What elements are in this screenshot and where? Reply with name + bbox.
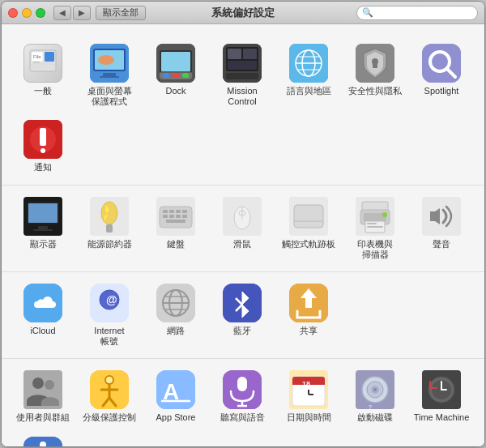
users-label: 使用者與群組: [16, 412, 70, 423]
icon-language[interactable]: 語言與地區: [277, 39, 340, 112]
icon-trackpad[interactable]: 觸控式軌跡板: [277, 192, 340, 265]
notification-label: 通知: [34, 162, 52, 173]
trackpad-icon: [289, 197, 328, 236]
bluetooth-icon: [223, 284, 262, 322]
svg-rect-19: [182, 73, 189, 78]
personal-grid: File New 一般: [11, 39, 475, 178]
icloud-icon: [23, 284, 62, 322]
icon-general[interactable]: File New 一般: [11, 39, 75, 112]
icon-mouse[interactable]: 滑鼠: [211, 192, 274, 265]
icon-desktop[interactable]: 桌面與螢幕保護程式: [78, 39, 141, 112]
display-label: 顯示器: [30, 239, 57, 250]
svg-rect-44: [28, 203, 58, 223]
svg-rect-53: [169, 210, 174, 213]
svg-point-119: [373, 388, 377, 391]
system-grid: 使用者與群組 分級保護控制: [11, 365, 475, 446]
svg-point-92: [32, 378, 44, 389]
desktop-label: 桌面與螢幕保護程式: [87, 86, 132, 107]
network-icon: [156, 284, 195, 322]
svg-text:@: @: [106, 293, 117, 306]
parental-icon: [90, 370, 129, 409]
icon-sound[interactable]: 聲音: [410, 192, 473, 265]
search-icon: 🔍: [362, 7, 373, 18]
icon-dock[interactable]: Dock: [144, 39, 207, 112]
network-label: 網路: [167, 326, 185, 336]
svg-point-93: [45, 380, 54, 390]
forward-button[interactable]: ▶: [73, 6, 91, 20]
icon-accessibility[interactable]: 輔助使用: [11, 432, 75, 447]
energy-label: 能源節約器: [87, 239, 132, 250]
icon-startup[interactable]: ? 啟動磁碟: [343, 365, 407, 428]
icon-security[interactable]: 安全性與隱私: [343, 39, 407, 112]
svg-rect-55: [182, 210, 187, 213]
content-area: File New 一般: [2, 24, 484, 446]
svg-rect-12: [100, 76, 119, 78]
icon-datetime[interactable]: 18 日期與時間: [277, 365, 340, 428]
appstore-label: App Store: [156, 412, 196, 423]
keyboard-label: 鍵盤: [167, 239, 185, 250]
language-label: 語言與地區: [287, 86, 331, 96]
svg-text:?: ?: [369, 404, 372, 409]
icon-parental[interactable]: 分級保護控制: [78, 365, 141, 428]
svg-rect-6: [32, 66, 48, 68]
printer-icon: [356, 197, 394, 236]
svg-rect-52: [163, 210, 168, 213]
desktop-icon: [90, 44, 129, 83]
close-button[interactable]: [8, 8, 18, 18]
svg-point-48: [101, 202, 117, 224]
svg-rect-23: [243, 49, 257, 59]
svg-rect-4: [45, 52, 54, 62]
internet-grid: iCloud @ Internet帳號: [11, 279, 475, 352]
search-box[interactable]: 🔍: [356, 6, 478, 20]
mission-label: MissionControl: [227, 86, 257, 107]
svg-rect-17: [163, 73, 169, 78]
svg-rect-34: [373, 63, 377, 68]
svg-rect-45: [38, 226, 48, 229]
general-icon: File New: [23, 44, 62, 83]
sharing-icon: [289, 284, 328, 322]
svg-rect-25: [226, 73, 258, 79]
sharing-label: 共享: [300, 326, 318, 336]
maximize-button[interactable]: [36, 8, 45, 18]
notification-icon: [23, 120, 62, 159]
icon-energy[interactable]: 能源節約器: [78, 192, 141, 265]
mouse-label: 滑鼠: [233, 239, 251, 250]
trackpad-label: 觸控式軌跡板: [282, 239, 335, 250]
svg-text:18: 18: [302, 380, 310, 388]
dock-label: Dock: [165, 86, 185, 96]
icon-keyboard[interactable]: 鍵盤: [144, 192, 207, 265]
svg-rect-66: [294, 205, 323, 228]
icon-display[interactable]: 顯示器: [11, 192, 75, 265]
icon-timemachine[interactable]: Time Machine: [410, 365, 473, 428]
svg-point-75: [382, 212, 387, 217]
startup-icon: ?: [356, 370, 394, 409]
icon-sharing[interactable]: 共享: [277, 279, 340, 352]
svg-rect-56: [163, 215, 168, 218]
icon-icloud[interactable]: iCloud: [11, 279, 75, 352]
search-input[interactable]: [377, 8, 472, 18]
icon-internet[interactable]: @ Internet帳號: [78, 279, 141, 352]
svg-rect-57: [169, 215, 174, 218]
printer-label: 印表機與掃描器: [357, 239, 393, 260]
datetime-label: 日期與時間: [287, 412, 331, 423]
icon-appstore[interactable]: A App Store: [144, 365, 207, 428]
icon-notification[interactable]: 通知: [11, 115, 75, 177]
icon-dictation[interactable]: 聽寫與語音: [211, 365, 274, 428]
main-window: ◀ ▶ 顯示全部 系統偏好設定 🔍 File New: [1, 1, 485, 447]
keyboard-icon: [156, 197, 195, 236]
minimize-button[interactable]: [22, 8, 32, 18]
icon-users[interactable]: 使用者與群組: [11, 365, 75, 428]
show-all-button[interactable]: 顯示全部: [96, 6, 146, 20]
icon-printer[interactable]: 印表機與掃描器: [343, 192, 407, 265]
icon-mission[interactable]: MissionControl: [211, 39, 274, 112]
icon-bluetooth[interactable]: 藍牙: [211, 279, 274, 352]
icon-network[interactable]: 網路: [144, 279, 207, 352]
svg-rect-58: [176, 215, 181, 218]
svg-rect-5: [32, 63, 54, 65]
security-label: 安全性與隱私: [348, 86, 402, 96]
icon-spotlight[interactable]: Spotlight: [410, 39, 473, 112]
timemachine-icon: [422, 370, 461, 409]
back-button[interactable]: ◀: [53, 6, 71, 20]
dock-icon: [156, 44, 195, 83]
section-internet: iCloud @ Internet帳號: [2, 272, 484, 359]
